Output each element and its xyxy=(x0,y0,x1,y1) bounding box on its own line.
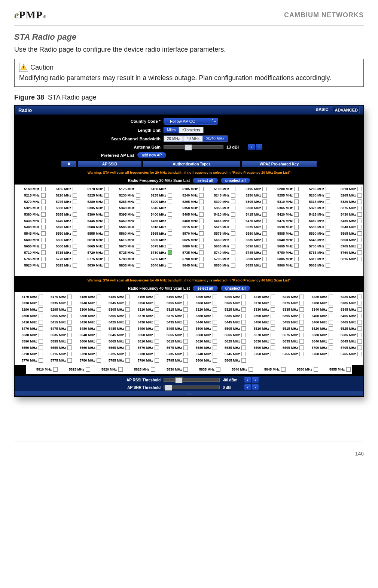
checkbox[interactable] xyxy=(213,352,217,356)
checkbox[interactable] xyxy=(326,250,330,255)
freq-cell[interactable]: 5585 MHz xyxy=(335,332,363,338)
chevron-right-icon[interactable]: › xyxy=(252,384,259,390)
freq-cell[interactable]: 5380 MHz xyxy=(189,313,218,319)
freq-cell[interactable]: 5515 MHz xyxy=(277,326,305,332)
freq-cell[interactable]: 5210 MHz xyxy=(332,186,363,192)
checkbox[interactable] xyxy=(299,345,304,350)
checkbox[interactable] xyxy=(67,358,72,363)
checkbox[interactable] xyxy=(41,225,46,229)
freq-cell[interactable]: 5485 MHz xyxy=(103,326,131,332)
checkbox[interactable] xyxy=(294,206,299,210)
checkbox[interactable] xyxy=(213,333,217,337)
checkbox[interactable] xyxy=(262,206,267,210)
freq-cell[interactable]: 5425 MHz xyxy=(103,319,131,325)
freq-cell[interactable]: 5315 MHz xyxy=(161,307,189,313)
checkbox[interactable] xyxy=(104,206,109,210)
checkbox[interactable] xyxy=(104,225,109,229)
checkbox[interactable] xyxy=(199,219,204,223)
checkbox[interactable] xyxy=(155,339,159,344)
freq-cell[interactable]: 5340 MHz xyxy=(305,307,334,313)
checkbox[interactable] xyxy=(155,301,159,305)
checkbox[interactable] xyxy=(294,231,299,236)
checkbox[interactable] xyxy=(199,238,204,242)
freq-cell[interactable]: 5655 MHz xyxy=(15,243,46,249)
checkbox[interactable] xyxy=(136,212,140,217)
freq-cell[interactable]: 5195 MHz xyxy=(161,294,189,300)
checkbox[interactable] xyxy=(67,307,72,312)
checkbox[interactable] xyxy=(199,225,204,229)
checkbox[interactable] xyxy=(241,320,246,325)
checkbox[interactable] xyxy=(329,295,333,299)
freq-cell[interactable]: 5655 MHz xyxy=(45,345,73,351)
freq-cell[interactable]: 5245 MHz xyxy=(205,192,236,198)
checkbox[interactable] xyxy=(231,263,235,268)
freq-cell[interactable]: 5385 MHz xyxy=(219,313,247,319)
gain-stepper[interactable]: ‹› xyxy=(248,144,262,150)
checkbox[interactable] xyxy=(326,219,330,223)
checkbox[interactable] xyxy=(357,193,362,198)
checkbox[interactable] xyxy=(294,219,299,223)
checkbox[interactable] xyxy=(241,326,246,331)
freq-cell[interactable]: 5825 MHz xyxy=(124,366,156,372)
checkbox[interactable] xyxy=(241,358,246,363)
checkbox[interactable] xyxy=(125,339,130,344)
freq-cell[interactable]: 5185 MHz xyxy=(103,294,131,300)
checkbox[interactable] xyxy=(168,257,172,261)
freq-cell[interactable]: 5420 MHz xyxy=(73,319,102,325)
checkbox[interactable] xyxy=(357,301,362,305)
freq-cell[interactable]: 5670 MHz xyxy=(110,243,141,249)
freq-cell[interactable]: 5310 MHz xyxy=(268,199,299,205)
freq-cell[interactable]: 5495 MHz xyxy=(47,224,78,230)
checkbox[interactable] xyxy=(299,307,304,312)
segment-option[interactable]: 40 MHz xyxy=(183,135,202,142)
checkbox[interactable] xyxy=(357,199,362,204)
freq-cell[interactable]: 5550 MHz xyxy=(47,231,78,237)
freq-cell[interactable]: 5725 MHz xyxy=(103,351,131,357)
freq-cell[interactable]: 5570 MHz xyxy=(247,332,276,338)
freq-cell[interactable]: 5270 MHz xyxy=(247,300,276,306)
checkbox[interactable] xyxy=(326,206,330,210)
freq-cell[interactable]: 5505 MHz xyxy=(110,224,141,230)
freq-cell[interactable]: 5350 MHz xyxy=(174,205,205,211)
checkbox[interactable] xyxy=(67,326,72,331)
freq-cell[interactable]: 5515 MHz xyxy=(174,224,205,230)
freq-cell[interactable]: 5520 MHz xyxy=(305,326,334,332)
checkbox[interactable] xyxy=(231,231,235,236)
freq-cell[interactable]: 5590 MHz xyxy=(15,338,44,344)
checkbox[interactable] xyxy=(125,358,130,363)
checkbox[interactable] xyxy=(329,352,333,356)
freq-cell[interactable]: 5185 MHz xyxy=(174,186,205,192)
checkbox[interactable] xyxy=(271,301,275,305)
freq-cell[interactable]: 5650 MHz xyxy=(15,345,44,351)
checkbox[interactable] xyxy=(231,219,235,223)
freq-cell[interactable]: 5835 MHz xyxy=(189,366,221,372)
checkbox[interactable] xyxy=(357,333,362,337)
freq-cell[interactable]: 5795 MHz xyxy=(205,256,236,262)
freq-cell[interactable]: 5755 MHz xyxy=(300,250,331,256)
freq-cell[interactable]: 5745 MHz xyxy=(237,250,268,256)
freq-cell[interactable]: 5345 MHz xyxy=(335,307,363,313)
freq-cell[interactable]: 5295 MHz xyxy=(45,307,73,313)
freq-cell[interactable]: 5815 MHz xyxy=(59,366,91,372)
freq-cell[interactable]: 5780 MHz xyxy=(73,357,102,363)
checkbox[interactable] xyxy=(136,257,140,261)
checkbox[interactable] xyxy=(97,301,101,305)
checkbox[interactable] xyxy=(299,333,304,337)
checkbox[interactable] xyxy=(183,301,188,305)
checkbox[interactable] xyxy=(262,263,267,268)
freq-cell[interactable]: 5170 MHz xyxy=(15,294,44,300)
freq-cell[interactable]: 5670 MHz xyxy=(131,345,160,351)
checkbox[interactable] xyxy=(199,250,204,255)
checkbox[interactable] xyxy=(41,244,46,249)
rssi-stepper[interactable]: ‹› xyxy=(244,377,259,383)
freq-cell[interactable]: 5450 MHz xyxy=(247,319,276,325)
checkbox[interactable] xyxy=(125,352,130,356)
freq-cell[interactable]: 5290 MHz xyxy=(142,199,173,205)
checkbox[interactable] xyxy=(125,295,130,299)
freq-cell[interactable]: 5415 MHz xyxy=(45,319,73,325)
checkbox[interactable] xyxy=(125,307,130,312)
freq-cell[interactable]: 5320 MHz xyxy=(189,307,218,313)
checkbox[interactable] xyxy=(299,320,304,325)
freq-cell[interactable]: 5490 MHz xyxy=(131,326,160,332)
freq-cell[interactable]: 5705 MHz xyxy=(335,345,363,351)
